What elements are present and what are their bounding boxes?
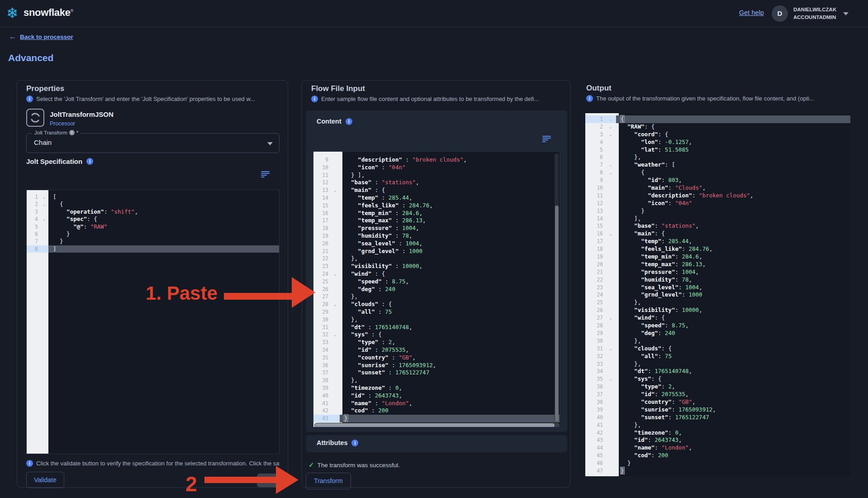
code-text: "clouds" : { bbox=[340, 301, 560, 308]
code-line: 34 "dt": 1765140748, bbox=[585, 368, 850, 375]
fold-spacer bbox=[605, 139, 616, 146]
back-to-processor-link[interactable]: ←Back to processor bbox=[9, 33, 73, 41]
output-panel: Output The output of the transformation … bbox=[585, 80, 855, 479]
fold-chevron-icon[interactable]: ⌄ bbox=[605, 375, 616, 383]
line-number: 5 bbox=[585, 146, 605, 154]
format-code-icon[interactable] bbox=[542, 136, 551, 143]
jolt-spec-editor[interactable]: 1⌄[2⌄ {3 "operation": "shift",4⌄ "spec":… bbox=[26, 190, 280, 454]
code-line: 7 } bbox=[27, 238, 279, 245]
code-text: ] bbox=[48, 245, 279, 253]
fold-chevron-icon[interactable]: ⌄ bbox=[331, 331, 340, 339]
code-line: 29 "all" : 75 bbox=[313, 308, 560, 316]
avatar[interactable]: D bbox=[772, 5, 788, 22]
line-number: 8 bbox=[27, 245, 40, 253]
fold-chevron-icon[interactable]: ⌄ bbox=[331, 270, 340, 278]
fold-chevron-icon[interactable]: ⌄ bbox=[605, 161, 616, 169]
line-number: 7 bbox=[585, 161, 605, 169]
transform-button[interactable]: Transform bbox=[306, 473, 351, 489]
code-line: 26 "visibility": 10000, bbox=[585, 306, 850, 314]
code-line: 12 "base" : "stations", bbox=[313, 179, 560, 187]
info-icon[interactable] bbox=[26, 460, 33, 467]
brand-trademark: ® bbox=[71, 9, 73, 13]
code-text: { bbox=[616, 169, 850, 177]
code-line: 33 "type" : 2, bbox=[313, 339, 560, 346]
line-number: 10 bbox=[585, 184, 605, 192]
processor-icon bbox=[26, 109, 44, 127]
horizontal-scrollbar-thumb[interactable] bbox=[315, 423, 555, 427]
fold-spacer bbox=[605, 253, 616, 261]
code-text: }, bbox=[616, 153, 850, 161]
code-text: "lat": 51.5085 bbox=[616, 146, 850, 154]
fold-chevron-icon[interactable]: ⌄ bbox=[331, 187, 340, 194]
flow-file-content-editor[interactable]: 9 "description" : "broken clouds",10 "ic… bbox=[313, 151, 560, 427]
fold-chevron-icon[interactable]: ⌄ bbox=[331, 301, 340, 308]
line-number: 40 bbox=[585, 414, 605, 421]
code-text: "id" : 2075535, bbox=[340, 346, 560, 354]
fold-spacer bbox=[331, 225, 340, 232]
code-line: 46 } bbox=[585, 460, 850, 467]
get-help-link[interactable]: Get help bbox=[739, 9, 764, 16]
line-number: 33 bbox=[585, 360, 605, 368]
horizontal-scrollbar[interactable] bbox=[314, 423, 560, 427]
fold-chevron-icon[interactable]: ⌄ bbox=[40, 201, 48, 208]
line-number: 25 bbox=[313, 278, 331, 286]
info-icon[interactable] bbox=[346, 118, 352, 125]
line-number: 46 bbox=[585, 460, 605, 467]
code-text: "deg": 240 bbox=[616, 330, 850, 337]
line-number: 15 bbox=[585, 222, 605, 230]
line-number: 18 bbox=[585, 245, 605, 253]
code-line: 4 "lon": -0.1257, bbox=[585, 139, 850, 146]
code-text: "@": "RAW" bbox=[48, 223, 279, 230]
fold-spacer bbox=[605, 222, 616, 230]
format-code-icon[interactable] bbox=[261, 171, 270, 178]
fold-spacer bbox=[331, 263, 340, 270]
fold-spacer bbox=[40, 238, 48, 245]
code-text: "feels_like": 284.76, bbox=[616, 245, 850, 253]
output-editor[interactable]: 1⌄{2⌄ "RAW": {3⌄ "coord": {4 "lon": -0.1… bbox=[585, 113, 850, 476]
fold-spacer bbox=[605, 153, 616, 161]
annotation-arrow-2-head bbox=[276, 466, 299, 494]
user-menu[interactable]: DANIELWILCZAK ACCOUNTADMIN bbox=[793, 6, 836, 21]
code-line: 1⌄[ bbox=[27, 193, 279, 201]
chevron-down-icon[interactable] bbox=[843, 12, 849, 15]
fold-spacer bbox=[331, 156, 340, 164]
snowflake-logo-icon: ❄ bbox=[6, 5, 19, 22]
code-text: "sunrise" : 1765093912, bbox=[340, 362, 560, 369]
fold-spacer bbox=[605, 284, 616, 292]
jolt-transform-select[interactable]: Jolt Transform * Chain bbox=[26, 133, 280, 153]
info-icon[interactable] bbox=[26, 96, 33, 102]
processor-type-link[interactable]: Processor bbox=[50, 120, 75, 127]
fold-chevron-icon[interactable]: ⌄ bbox=[40, 215, 48, 223]
info-icon[interactable] bbox=[311, 96, 318, 102]
code-line: 3 "operation": "shift", bbox=[27, 208, 279, 215]
fold-chevron-icon[interactable]: ⌄ bbox=[605, 345, 616, 353]
fold-spacer bbox=[331, 179, 340, 187]
fold-chevron-icon[interactable]: ⌄ bbox=[40, 193, 48, 201]
validate-button[interactable]: Validate bbox=[26, 472, 64, 488]
code-line: 9 "description" : "broken clouds", bbox=[313, 156, 560, 164]
fold-chevron-icon[interactable]: ⌄ bbox=[605, 115, 616, 123]
info-icon[interactable] bbox=[69, 130, 75, 135]
info-icon[interactable] bbox=[86, 158, 93, 165]
fold-chevron-icon[interactable]: ⌄ bbox=[605, 169, 616, 177]
fold-spacer bbox=[605, 444, 616, 452]
line-number: 32 bbox=[585, 353, 605, 360]
fold-spacer bbox=[331, 164, 340, 172]
info-icon[interactable] bbox=[586, 95, 593, 102]
vertical-scrollbar-thumb[interactable] bbox=[555, 206, 559, 421]
info-icon[interactable] bbox=[351, 440, 358, 446]
code-text: } bbox=[616, 207, 850, 215]
attributes-card[interactable]: Attributes bbox=[306, 435, 567, 452]
fold-chevron-icon[interactable]: ⌄ bbox=[605, 123, 616, 131]
fold-chevron-icon[interactable]: ⌄ bbox=[605, 314, 616, 322]
fold-chevron-icon[interactable]: ⌄ bbox=[605, 131, 616, 139]
line-number: 34 bbox=[585, 368, 605, 375]
fold-spacer bbox=[40, 208, 48, 215]
code-line: 44 "name": "London", bbox=[585, 444, 850, 452]
line-number: 43 bbox=[313, 415, 331, 422]
code-text: }, bbox=[340, 377, 560, 384]
code-text: "name": "London", bbox=[616, 444, 850, 452]
fold-chevron-icon[interactable]: ⌄ bbox=[605, 230, 616, 238]
code-text: "temp_max" : 286.13, bbox=[340, 217, 560, 225]
vertical-scrollbar[interactable] bbox=[555, 153, 559, 421]
